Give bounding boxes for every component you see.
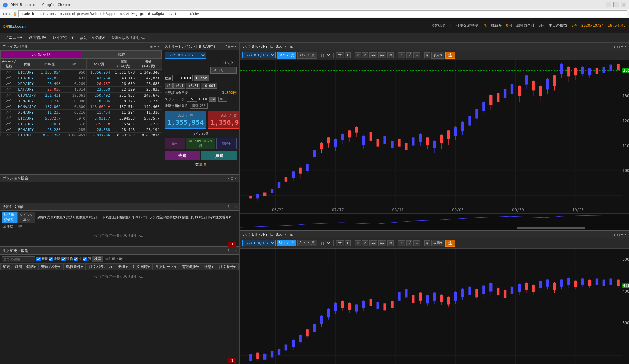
cell-symbol[interactable]: BAT/JPY — [17, 87, 37, 93]
history-window-btn[interactable]: □ — [231, 249, 233, 253]
table-row[interactable]: ETH/JPY 42,823 431 43,254 43,116 42,871 … — [1, 75, 162, 81]
chart1-expand[interactable]: ⊞ — [387, 52, 394, 58]
chart1-bid-btn[interactable]: Bid / 売 — [277, 52, 296, 59]
cell-chart[interactable] — [1, 110, 17, 115]
table-row[interactable]: MONA/JPY 137.069 6.600 143.669 ▼ 137.514… — [1, 104, 162, 110]
btc-position-btn[interactable]: BTC/JPY 建玉保護 — [186, 138, 216, 149]
cell-chart[interactable] — [1, 133, 17, 137]
table-row[interactable]: LTC/JPY 5,872.7 59.0 5,931.7 5,945.3 5,7… — [1, 115, 162, 121]
streaming-symbol-select[interactable]: レバ BTC/JPY — [165, 52, 206, 59]
qty-btn-plus1[interactable]: +1 — [165, 83, 173, 89]
chart2-help-btn[interactable]: ? — [614, 232, 616, 237]
menu-item-main[interactable]: メニュー▼ — [2, 34, 25, 41]
chart2-bid-btn[interactable]: Bid / 売 — [277, 240, 296, 246]
cell-symbol[interactable]: ETH/BTC — [17, 133, 37, 137]
order-close-btn[interactable]: ✕ — [234, 205, 237, 209]
chart2-candle-btn[interactable]: 🕯 — [398, 240, 405, 246]
cell-symbol[interactable]: XEM/JPY — [17, 110, 37, 115]
chart1-window-btn[interactable]: □ — [617, 44, 620, 49]
table-row[interactable]: BCH/JPY 28,283 285 28,568 28,443 28,194 … — [1, 127, 162, 133]
check-new[interactable]: 新規 — [36, 257, 48, 261]
chart2-close-btn[interactable]: ✕ — [624, 232, 627, 237]
cell-symbol[interactable]: ETH/JPY — [17, 75, 37, 81]
qty-input[interactable] — [172, 75, 193, 81]
buy-position-btn[interactable]: 買建玉 — [216, 138, 237, 149]
menu-item-layout[interactable]: レイアウト▼ — [50, 34, 77, 41]
tab-leverage[interactable]: レバレッジ — [0, 50, 81, 59]
history-close-btn[interactable]: ✕ — [234, 249, 237, 253]
table-row[interactable]: XRP/JPY 26.498 0.269 26.767 26.659 26.68… — [1, 81, 162, 87]
history-help-btn[interactable]: ? — [227, 249, 230, 253]
menu-item-settings[interactable]: 設定・その他▼ — [77, 34, 108, 41]
address-input[interactable] — [18, 10, 627, 17]
maximize-btn[interactable]: □ — [613, 2, 619, 7]
chart1-scroll-left[interactable]: ◀◀ — [369, 52, 377, 58]
slip-input[interactable] — [187, 97, 197, 102]
cell-symbol[interactable]: ETC/JPY — [17, 121, 37, 127]
streaming-help[interactable]: ? — [225, 44, 227, 49]
check-spot[interactable]: 現物 — [61, 257, 73, 261]
bid-sell-btn[interactable]: Bid / 売 1,355,954 — [165, 111, 206, 129]
tab-spot[interactable]: 現物 — [81, 50, 162, 59]
cell-symbol[interactable]: QTUM/JPY — [17, 93, 37, 98]
strategy-btn[interactable]: ストリー... — [210, 67, 237, 74]
chart2-scroll-left[interactable]: ◀◀ — [369, 240, 377, 246]
cell-chart[interactable] — [1, 115, 17, 121]
minimize-btn[interactable]: ─ — [606, 2, 611, 7]
qty-btn-plus0001[interactable]: +0.001 — [201, 83, 217, 89]
chart2-window-btn[interactable]: □ — [617, 232, 620, 237]
check-settle[interactable]: 決済 — [49, 257, 60, 261]
cell-chart[interactable] — [1, 121, 17, 127]
chart1-zoom-in[interactable]: ⊕ — [355, 52, 361, 58]
chart1-display-btn[interactable]: 表示▼ — [431, 52, 444, 59]
chart1-mini[interactable] — [240, 213, 629, 230]
history-symbol-filter[interactable] — [2, 256, 35, 262]
pos-help-btn[interactable]: ? — [227, 176, 230, 180]
chart2-ask-btn[interactable]: Ask / 買 — [297, 240, 317, 246]
cell-chart[interactable] — [1, 93, 17, 98]
chart2-expand[interactable]: ⊞ — [387, 240, 394, 246]
chart1-indicator-btn[interactable]: Ⅱ — [345, 52, 351, 58]
pos-close-btn[interactable]: ✕ — [234, 176, 237, 180]
streaming-close[interactable]: ✕ — [234, 44, 237, 49]
chart2-zoom-out[interactable]: ⊖ — [362, 240, 368, 246]
chart1-candle-btn[interactable]: 🕯 — [398, 52, 405, 58]
chart1-close-btn[interactable]: ✕ — [624, 44, 627, 49]
chart1-period-select[interactable]: 日 — [318, 52, 331, 58]
chart2-tool-btn[interactable]: ✏ — [413, 240, 420, 246]
history-table-wrapper[interactable]: 変更 取消 銘柄▼ 売買/区分▼ 執行条件▼ 注文バラ...▼ 数量▼ 注文日時… — [0, 263, 239, 358]
chart1-line-btn[interactable]: ╱ — [406, 52, 412, 58]
check-buy[interactable]: 買 — [83, 257, 91, 261]
qty-btn-plus001[interactable]: +0.01 — [186, 83, 200, 89]
price-panel-move[interactable]: ⊞ — [150, 44, 153, 49]
order-help-btn[interactable]: ? — [227, 205, 230, 209]
price-panel-close[interactable]: ✕ — [157, 44, 160, 49]
cell-chart[interactable] — [1, 87, 17, 93]
cell-symbol[interactable]: XRP/JPY — [17, 81, 37, 87]
back-btn[interactable]: ◀ — [2, 11, 4, 16]
chart2-display-btn[interactable]: 表示▼ — [431, 240, 444, 246]
table-row[interactable]: QTUM/JPY 231.431 19.061 250.492 231.957 … — [1, 93, 162, 98]
cell-symbol[interactable]: BTC/JPY — [17, 70, 37, 75]
cell-chart[interactable] — [1, 98, 17, 104]
cell-chart[interactable] — [1, 81, 17, 87]
chart2-indicator-btn[interactable]: Ⅱ — [345, 240, 351, 246]
close-btn[interactable]: ✕ — [621, 2, 626, 7]
qty-clear-btn[interactable]: Clear — [194, 75, 209, 81]
refresh-btn[interactable]: ↻ — [9, 11, 11, 16]
table-row[interactable]: ETH/BTC 0.031254 0.000952 0.032206 0.031… — [1, 133, 162, 137]
chart2-scroll-right[interactable]: ▶▶ — [378, 240, 386, 246]
chart1-symbol-select[interactable]: レバ BTC/JPY — [242, 52, 276, 58]
chart1-scroll-right[interactable]: ▶▶ — [378, 52, 386, 58]
fifo-on-btn[interactable]: ON — [209, 97, 216, 102]
cell-chart[interactable] — [1, 104, 17, 110]
cell-chart[interactable] — [1, 75, 17, 81]
chart1-ask-btn[interactable]: Ask / 買 — [297, 52, 317, 59]
cell-chart[interactable] — [1, 127, 17, 133]
streaming-window[interactable]: ⊞ — [228, 44, 230, 49]
chart2-period-select[interactable]: 日 — [318, 240, 331, 246]
pos-window-btn[interactable]: □ — [231, 176, 233, 180]
streaming-move[interactable]: ─ — [231, 44, 234, 49]
chart1-move-btn[interactable]: ─ — [621, 44, 623, 49]
cell-symbol[interactable]: BCH/JPY — [17, 127, 37, 133]
